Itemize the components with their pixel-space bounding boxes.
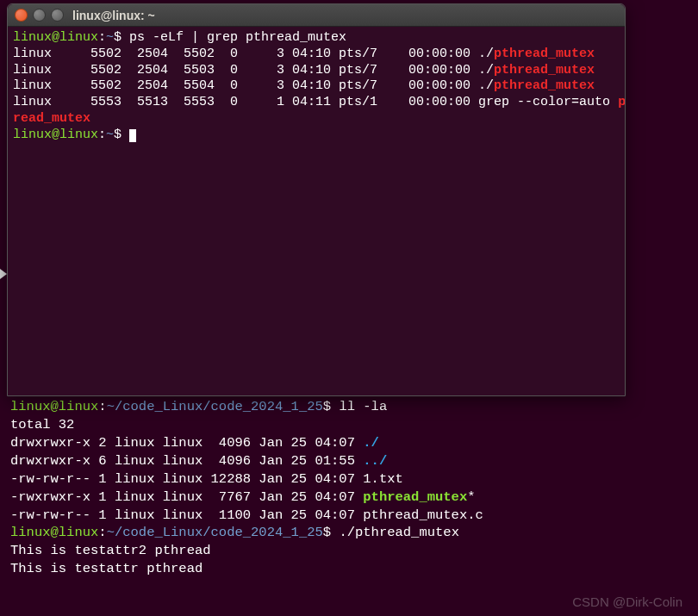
- command-text: ll -la: [339, 399, 387, 414]
- foreground-terminal[interactable]: linux@linux:~$ ps -eLf | grep pthread_mu…: [8, 27, 625, 395]
- ps-output-row: linux 5553 5513 5553 0 1 04:11 pts/1 00:…: [13, 95, 618, 109]
- file-row: -rwxrwxr-x 1 linux linux 7767 Jan 25 04:…: [10, 489, 363, 505]
- terminal-window: linux@linux: ~ linux@linux:~$ ps -eLf | …: [7, 3, 626, 396]
- prompt-user: linux@linux: [13, 30, 98, 45]
- prompt-user: linux@linux: [10, 399, 98, 414]
- minimize-icon[interactable]: [33, 9, 46, 22]
- prompt-user: linux@linux: [13, 128, 98, 142]
- file-row: drwxrwxr-x 2 linux linux 4096 Jan 25 04:…: [10, 435, 363, 451]
- file-row: drwxrwxr-x 6 linux linux 4096 Jan 25 01:…: [10, 453, 363, 469]
- window-title: linux@linux: ~: [72, 9, 155, 22]
- prompt-path: ~/code_Linux/code_2024_1_25: [107, 525, 323, 540]
- titlebar[interactable]: linux@linux: ~: [8, 4, 625, 27]
- window-controls: [15, 9, 64, 22]
- file-name: 1.txt: [363, 471, 403, 487]
- cursor-icon: [129, 129, 136, 142]
- file-name: pthread_mutex.c: [363, 507, 483, 523]
- grep-match: pthread_mutex: [494, 63, 595, 78]
- grep-match: pthread_mutex: [494, 78, 595, 93]
- program-output: This is testattr2 pthread: [10, 543, 211, 558]
- prompt-user: linux@linux: [10, 525, 98, 540]
- maximize-icon[interactable]: [51, 9, 64, 22]
- left-indicator-icon: [0, 269, 7, 279]
- grep-match: pthread_mutex: [494, 47, 595, 61]
- ps-output-row: linux 5502 2504 5502 0 3 04:10 pts/7 00:…: [13, 47, 494, 61]
- ps-output-row: linux 5502 2504 5504 0 3 04:10 pts/7 00:…: [13, 78, 494, 93]
- program-output: This is testattr pthread: [10, 561, 203, 576]
- file-name: pthread_mutex: [363, 489, 467, 505]
- file-row: -rw-rw-r-- 1 linux linux 1100 Jan 25 04:…: [10, 507, 363, 523]
- prompt-path: ~: [106, 30, 114, 45]
- command-text: ps -eLf | grep pthread_mutex: [129, 30, 346, 45]
- close-icon[interactable]: [15, 9, 28, 22]
- prompt-path: ~: [106, 128, 114, 142]
- ps-output-row: linux 5502 2504 5503 0 3 04:10 pts/7 00:…: [13, 63, 494, 78]
- command-text: ./pthread_mutex: [339, 525, 459, 540]
- file-name: ./: [363, 435, 379, 451]
- watermark: CSDN @Dirk-Colin: [572, 594, 682, 609]
- prompt-path: ~/code_Linux/code_2024_1_25: [107, 399, 323, 414]
- total-line: total 32: [10, 417, 74, 432]
- file-row: -rw-rw-r-- 1 linux linux 12288 Jan 25 04…: [10, 471, 363, 487]
- file-name: ../: [363, 453, 387, 469]
